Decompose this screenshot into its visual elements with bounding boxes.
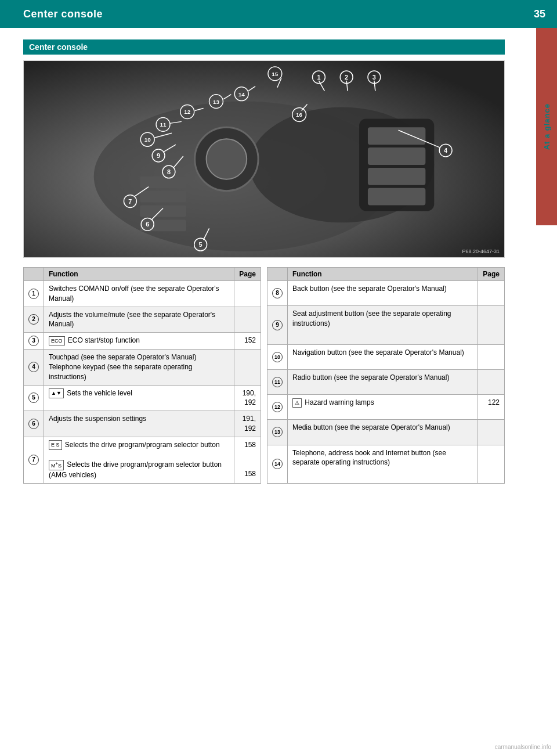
table-row: 7 E S Selects the drive program/program … bbox=[24, 437, 261, 483]
chapter-tab: At a glance bbox=[536, 28, 557, 225]
row-num: 4 bbox=[24, 350, 44, 385]
svg-text:3: 3 bbox=[372, 74, 376, 81]
row-desc: Navigation button (see the separate Oper… bbox=[288, 344, 478, 369]
row-desc: Media button (see the separate Operator'… bbox=[288, 420, 478, 445]
row-num: 11 bbox=[267, 369, 288, 394]
left-col-num-header bbox=[24, 268, 44, 281]
row-desc: ⚠ Hazard warning lamps bbox=[288, 395, 478, 420]
row-desc: ▲▼ Sets the vehicle level bbox=[44, 385, 234, 411]
console-svg: 1 2 3 4 5 6 7 bbox=[24, 61, 504, 257]
row-num: 13 bbox=[267, 420, 288, 445]
table-row: 13 Media button (see the separate Operat… bbox=[267, 420, 505, 445]
row-num: 3 bbox=[24, 333, 44, 350]
svg-text:16: 16 bbox=[296, 111, 303, 118]
svg-text:12: 12 bbox=[184, 109, 191, 115]
table-row: 6 Adjusts the suspension settings 191,19… bbox=[24, 411, 261, 437]
table-row: 2 Adjusts the volume/mute (see the separ… bbox=[24, 307, 261, 333]
table-row: 3 ECO ECO start/stop function 152 bbox=[24, 333, 261, 350]
row-desc: Telephone, address book and Internet but… bbox=[288, 445, 478, 484]
svg-point-9 bbox=[207, 139, 247, 179]
svg-rect-7 bbox=[368, 188, 425, 206]
table-row: 11 Radio button (see the separate Operat… bbox=[267, 369, 505, 394]
row-page: 122 bbox=[478, 395, 505, 420]
svg-rect-12 bbox=[140, 206, 186, 217]
svg-text:11: 11 bbox=[160, 121, 167, 128]
svg-rect-5 bbox=[368, 147, 425, 165]
chapter-tab-label: At a glance bbox=[542, 103, 551, 150]
svg-text:14: 14 bbox=[238, 91, 245, 98]
left-table: Function Page 1 Switches COMAND on/off (… bbox=[23, 267, 261, 484]
row-num: 8 bbox=[267, 281, 288, 306]
svg-text:7: 7 bbox=[128, 198, 132, 205]
row-num: 9 bbox=[267, 306, 288, 344]
hazard-icon: ⚠ bbox=[292, 398, 302, 408]
tables-container: Function Page 1 Switches COMAND on/off (… bbox=[23, 267, 505, 484]
row-num: 5 bbox=[24, 385, 44, 411]
row-num: 12 bbox=[267, 395, 288, 420]
row-desc: Adjusts the volume/mute (see the separat… bbox=[44, 307, 234, 333]
table-row: 1 Switches COMAND on/off (see the separa… bbox=[24, 281, 261, 307]
header-title: Center console bbox=[23, 8, 103, 20]
svg-rect-6 bbox=[368, 168, 425, 185]
row-page bbox=[478, 420, 505, 445]
table-row: 5 ▲▼ Sets the vehicle level 190,192 bbox=[24, 385, 261, 411]
table-row: 10 Navigation button (see the separate O… bbox=[267, 344, 505, 369]
svg-text:15: 15 bbox=[272, 71, 278, 77]
console-image: 1 2 3 4 5 6 7 bbox=[23, 60, 505, 258]
table-row: 4 Touchpad (see the separate Operator's … bbox=[24, 350, 261, 385]
row-page: 190,192 bbox=[234, 385, 261, 411]
row-page bbox=[478, 306, 505, 344]
row-desc: Switches COMAND on/off (see the separate… bbox=[44, 281, 234, 307]
table-row: 9 Seat adjustment button (see the separa… bbox=[267, 306, 505, 344]
row-num: 6 bbox=[24, 411, 44, 437]
level-icon: ▲▼ bbox=[49, 388, 64, 398]
row-desc: Touchpad (see the separate Operator's Ma… bbox=[44, 350, 234, 385]
svg-rect-11 bbox=[140, 191, 186, 203]
row-page bbox=[478, 281, 505, 306]
row-desc: Back button (see the separate Operator's… bbox=[288, 281, 478, 306]
row-num: 14 bbox=[267, 445, 288, 484]
row-page: 152 bbox=[234, 333, 261, 350]
row-page bbox=[478, 369, 505, 394]
row-page bbox=[478, 445, 505, 484]
row-page bbox=[234, 281, 261, 307]
left-function-header: Function bbox=[44, 268, 234, 281]
right-table: Function Page 8 Back button (see the sep… bbox=[267, 267, 505, 484]
row-page: 191,192 bbox=[234, 411, 261, 437]
right-col-num-header bbox=[267, 268, 288, 281]
page-number: 35 bbox=[534, 8, 545, 20]
svg-text:5: 5 bbox=[199, 241, 202, 248]
left-page-header: Page bbox=[234, 268, 261, 281]
row-page bbox=[234, 307, 261, 333]
row-desc: Adjusts the suspension settings bbox=[44, 411, 234, 437]
svg-text:9: 9 bbox=[157, 152, 160, 159]
section-heading: Center console bbox=[23, 39, 505, 55]
row-num: 1 bbox=[24, 281, 44, 307]
table-row: 12 ⚠ Hazard warning lamps 122 bbox=[267, 395, 505, 420]
header-bar: Center console 35 bbox=[0, 0, 557, 28]
svg-text:1: 1 bbox=[317, 74, 320, 81]
svg-text:8: 8 bbox=[167, 168, 171, 175]
photo-credit: P68.20-4647-31 bbox=[462, 249, 500, 254]
watermark: carmanualsonline.info bbox=[495, 744, 551, 750]
svg-rect-4 bbox=[368, 127, 425, 145]
row-num: 10 bbox=[267, 344, 288, 369]
svg-rect-10 bbox=[140, 177, 186, 188]
row-desc: Seat adjustment button (see the separate… bbox=[288, 306, 478, 344]
svg-text:2: 2 bbox=[345, 74, 348, 81]
row-num: 2 bbox=[24, 307, 44, 333]
main-content: Center console bbox=[0, 28, 534, 495]
row-page bbox=[234, 350, 261, 385]
eco-icon: ECO bbox=[49, 336, 65, 346]
table-row: 8 Back button (see the separate Operator… bbox=[267, 281, 505, 306]
row-desc: E S Selects the drive program/program se… bbox=[44, 437, 234, 483]
svg-text:4: 4 bbox=[444, 147, 448, 154]
row-desc: ECO ECO start/stop function bbox=[44, 333, 234, 350]
row-page: 158158 bbox=[234, 437, 261, 483]
svg-text:10: 10 bbox=[144, 136, 151, 143]
svg-text:13: 13 bbox=[213, 99, 220, 105]
row-num: 7 bbox=[24, 437, 44, 483]
row-page bbox=[478, 344, 505, 369]
ms-icon: M+S bbox=[49, 460, 64, 471]
right-function-header: Function bbox=[288, 268, 478, 281]
